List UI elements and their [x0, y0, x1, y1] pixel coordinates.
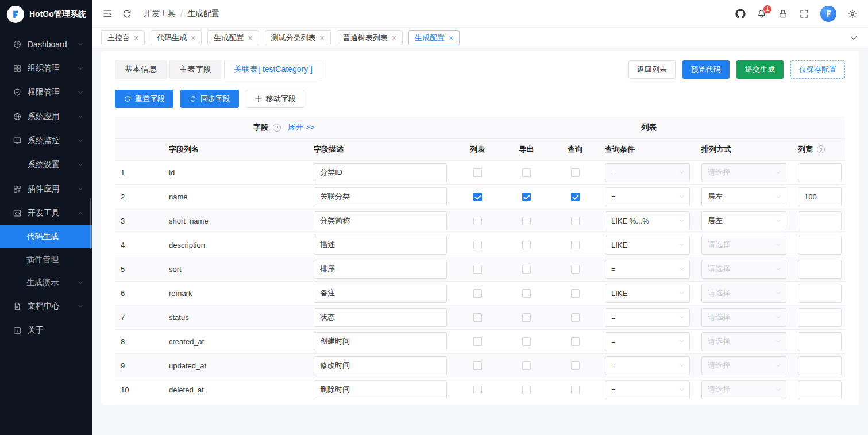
query-checkbox[interactable]: [571, 241, 580, 249]
sidebar-item-0[interactable]: Dashboard: [0, 32, 92, 56]
field-desc-input[interactable]: [314, 380, 447, 399]
align-select[interactable]: 请选择: [701, 260, 786, 279]
breadcrumb-section[interactable]: 开发工具: [144, 9, 176, 19]
query-checkbox[interactable]: [571, 289, 580, 298]
condition-select[interactable]: =: [605, 260, 690, 279]
width-help-icon[interactable]: [817, 145, 825, 153]
condition-select[interactable]: LIKE %...%: [605, 211, 690, 230]
back-to-list-button[interactable]: 返回列表: [628, 60, 676, 79]
field-desc-input[interactable]: [314, 163, 447, 182]
sidebar-item-9[interactable]: 插件管理: [0, 248, 92, 271]
column-width-input[interactable]: [798, 380, 842, 399]
condition-select[interactable]: =: [605, 380, 690, 399]
column-width-input[interactable]: [798, 356, 842, 375]
field-desc-input[interactable]: [314, 284, 447, 303]
close-tab-icon[interactable]: ×: [248, 34, 252, 42]
column-width-input[interactable]: [798, 187, 842, 206]
align-select[interactable]: 请选择: [701, 163, 786, 182]
query-checkbox[interactable]: [571, 265, 580, 274]
sync-fields-button[interactable]: 同步字段: [180, 90, 239, 108]
nav-tab-2[interactable]: 生成配置×: [207, 30, 259, 45]
sidebar-item-5[interactable]: 系统设置: [0, 153, 92, 177]
column-width-input[interactable]: [798, 163, 842, 182]
export-checkbox[interactable]: [522, 289, 531, 298]
condition-select[interactable]: LIKE: [605, 236, 690, 255]
move-fields-button[interactable]: 移动字段: [246, 90, 304, 108]
close-tab-icon[interactable]: ×: [320, 34, 325, 42]
column-width-input[interactable]: [798, 308, 842, 327]
field-desc-input[interactable]: [314, 236, 447, 255]
list-checkbox[interactable]: [473, 193, 482, 201]
field-desc-input[interactable]: [314, 187, 447, 206]
condition-select[interactable]: =: [605, 308, 690, 327]
config-tab-0[interactable]: 基本信息: [115, 60, 167, 79]
condition-select[interactable]: =: [605, 332, 690, 351]
notifications-icon[interactable]: 1: [757, 9, 767, 19]
sidebar-item-10[interactable]: 生成演示: [0, 271, 92, 294]
sidebar-item-7[interactable]: 开发工具: [0, 201, 92, 225]
user-avatar[interactable]: [820, 6, 836, 22]
fullscreen-icon[interactable]: [799, 9, 809, 19]
align-select[interactable]: 请选择: [701, 332, 786, 351]
field-desc-input[interactable]: [314, 260, 447, 279]
field-desc-input[interactable]: [314, 308, 447, 327]
list-checkbox[interactable]: [473, 361, 482, 370]
condition-select[interactable]: =: [605, 187, 690, 206]
query-checkbox[interactable]: [571, 361, 580, 370]
column-width-input[interactable]: [798, 284, 842, 303]
sidebar-item-3[interactable]: 系统应用: [0, 105, 92, 129]
export-checkbox[interactable]: [522, 361, 531, 370]
close-tab-icon[interactable]: ×: [449, 34, 453, 42]
query-checkbox[interactable]: [571, 313, 580, 322]
list-checkbox[interactable]: [473, 241, 482, 249]
config-tab-2[interactable]: 关联表[ testCategory ]: [224, 60, 322, 79]
refresh-icon[interactable]: [122, 9, 132, 19]
nav-tab-3[interactable]: 测试分类列表×: [265, 30, 331, 45]
align-select[interactable]: 请选择: [701, 308, 786, 327]
lock-icon[interactable]: [778, 9, 788, 19]
reset-fields-button[interactable]: 重置字段: [115, 90, 173, 108]
column-width-input[interactable]: [798, 236, 842, 255]
export-checkbox[interactable]: [522, 386, 531, 394]
close-tab-icon[interactable]: ×: [134, 34, 138, 42]
tabs-dropdown-icon[interactable]: [848, 33, 859, 43]
submit-generate-button[interactable]: 提交生成: [736, 60, 784, 79]
sidebar-item-6[interactable]: 插件应用: [0, 177, 92, 201]
sidebar-item-8[interactable]: 代码生成: [0, 225, 92, 248]
app-logo[interactable]: HotGo管理系统: [0, 0, 92, 29]
list-checkbox[interactable]: [473, 217, 482, 225]
column-width-input[interactable]: [798, 211, 842, 230]
condition-select[interactable]: LIKE: [605, 284, 690, 303]
settings-icon[interactable]: [847, 9, 858, 19]
sidebar-item-12[interactable]: 关于: [0, 318, 92, 342]
condition-select[interactable]: =: [605, 356, 690, 375]
export-checkbox[interactable]: [522, 193, 531, 201]
list-checkbox[interactable]: [473, 168, 482, 177]
align-select[interactable]: 请选择: [701, 236, 786, 255]
field-help-icon[interactable]: [273, 124, 281, 132]
align-select[interactable]: 请选择: [701, 380, 786, 399]
list-checkbox[interactable]: [473, 337, 482, 346]
field-desc-input[interactable]: [314, 211, 447, 230]
query-checkbox[interactable]: [571, 386, 580, 394]
nav-tab-4[interactable]: 普通树表列表×: [337, 30, 403, 45]
condition-select[interactable]: =: [605, 163, 690, 182]
nav-tab-0[interactable]: 主控台×: [101, 30, 145, 45]
query-checkbox[interactable]: [571, 337, 580, 346]
sidebar-item-4[interactable]: 系统监控: [0, 129, 92, 153]
nav-tab-5[interactable]: 生成配置×: [408, 30, 460, 45]
query-checkbox[interactable]: [571, 193, 580, 201]
column-width-input[interactable]: [798, 332, 842, 351]
collapse-sidebar-icon[interactable]: [102, 9, 113, 19]
preview-code-button[interactable]: 预览代码: [682, 60, 730, 79]
align-select[interactable]: 请选择: [701, 356, 786, 375]
sidebar-item-2[interactable]: 权限管理: [0, 80, 92, 105]
align-select[interactable]: 居左: [701, 187, 786, 206]
sidebar-scrollbar[interactable]: [90, 198, 91, 249]
align-select[interactable]: 请选择: [701, 284, 786, 303]
list-checkbox[interactable]: [473, 289, 482, 298]
close-tab-icon[interactable]: ×: [191, 34, 195, 42]
export-checkbox[interactable]: [522, 337, 531, 346]
github-icon[interactable]: [735, 9, 746, 19]
query-checkbox[interactable]: [571, 217, 580, 225]
